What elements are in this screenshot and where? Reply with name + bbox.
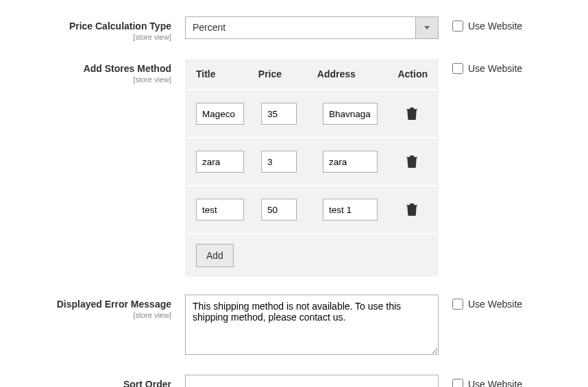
use-website-label: Use Website	[468, 379, 522, 387]
table-footer: Add	[185, 233, 439, 277]
label-title: Sort Order	[123, 379, 171, 387]
field-control: Percent	[185, 16, 439, 39]
use-website-checkbox[interactable]	[452, 63, 463, 74]
table-row	[185, 137, 439, 185]
error-message-textarea[interactable]: This shipping method is not available. T…	[185, 295, 439, 355]
field-control: This shipping method is not available. T…	[185, 295, 439, 357]
label-scope: [store view]	[27, 75, 171, 84]
use-website-label: Use Website	[468, 63, 522, 74]
field-control: Title Price Address Action	[185, 59, 439, 277]
select-value: Percent	[186, 17, 415, 38]
trash-icon[interactable]	[406, 108, 417, 120]
table-header-address: Address	[317, 68, 383, 79]
label-title: Price Calculation Type	[69, 21, 171, 32]
field-row-displayed-error-message: Displayed Error Message [store view] Thi…	[27, 295, 561, 357]
field-label: Add Stores Method [store view]	[27, 59, 185, 84]
use-website-label: Use Website	[468, 21, 522, 32]
label-title: Add Stores Method	[84, 63, 171, 74]
store-title-input[interactable]	[196, 103, 244, 125]
store-price-input[interactable]	[261, 103, 297, 125]
table-header-action: Action	[382, 68, 428, 79]
table-row	[185, 89, 439, 137]
trash-icon[interactable]	[406, 155, 417, 168]
store-address-input[interactable]	[323, 151, 378, 173]
label-scope: [store view]	[27, 311, 171, 319]
label-title: Displayed Error Message	[57, 299, 171, 310]
table-header-row: Title Price Address Action	[185, 59, 439, 89]
chevron-down-icon	[415, 17, 438, 38]
store-price-input[interactable]	[261, 199, 297, 221]
add-button[interactable]: Add	[196, 244, 234, 267]
field-control	[185, 375, 439, 387]
store-price-input[interactable]	[261, 151, 297, 173]
field-row-add-stores-method: Add Stores Method [store view] Title Pri…	[27, 59, 561, 277]
table-row	[185, 185, 439, 233]
trash-icon[interactable]	[406, 203, 417, 216]
field-label: Price Calculation Type [store view]	[27, 16, 185, 41]
price-calculation-type-select[interactable]: Percent	[185, 16, 439, 39]
field-row-price-calculation-type: Price Calculation Type [store view] Perc…	[27, 16, 561, 41]
store-address-input[interactable]	[323, 103, 378, 125]
use-website-label: Use Website	[468, 299, 522, 310]
use-website-wrap: Use Website	[452, 59, 522, 74]
use-website-wrap: Use Website	[452, 295, 522, 310]
store-title-input[interactable]	[196, 151, 244, 173]
use-website-wrap: Use Website	[452, 375, 522, 387]
use-website-checkbox[interactable]	[452, 21, 463, 32]
use-website-checkbox[interactable]	[452, 299, 463, 310]
table-header-title: Title	[196, 68, 258, 79]
use-website-checkbox[interactable]	[452, 379, 463, 387]
field-label: Displayed Error Message [store view]	[27, 295, 185, 319]
sort-order-input[interactable]	[185, 375, 439, 387]
stores-table: Title Price Address Action	[185, 59, 439, 277]
store-title-input[interactable]	[196, 199, 244, 221]
label-scope: [store view]	[27, 33, 171, 41]
store-address-input[interactable]	[323, 199, 378, 221]
field-row-sort-order: Sort Order [store view] Use Website	[27, 375, 561, 387]
field-label: Sort Order [store view]	[27, 375, 185, 387]
table-header-price: Price	[258, 68, 317, 79]
use-website-wrap: Use Website	[452, 16, 522, 32]
